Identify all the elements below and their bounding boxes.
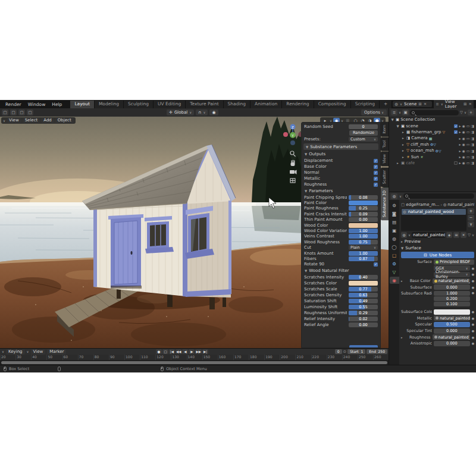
menu-marker[interactable]: Marker xyxy=(47,349,66,355)
render-disable-icon[interactable]: ◨ xyxy=(471,136,474,140)
checkbox[interactable]: ✓ xyxy=(374,165,378,169)
clock-icon[interactable]: ⊙ xyxy=(343,349,346,354)
close-icon[interactable]: ✕ xyxy=(469,102,472,107)
3d-viewport[interactable]: Y Z ▢ ▢ ▢ xyxy=(0,108,389,348)
hide-eye-icon[interactable]: ◉ xyxy=(462,142,465,146)
slider[interactable]: 0.55 xyxy=(349,305,378,309)
sidebar-tab[interactable]: Item xyxy=(381,122,389,137)
outliner-row[interactable]: ▸ ▦ fisherman_grp ▽ ✓ ▸ ◉ ▭ ◨ xyxy=(389,129,476,135)
expand-icon[interactable]: ▸ xyxy=(401,336,403,339)
scene-selector[interactable]: ◍ ∨ Scene ⊞ ✕ xyxy=(393,101,432,107)
hide-eye-icon[interactable]: ◉ xyxy=(462,136,465,140)
subsurface-color-swatch[interactable] xyxy=(434,309,470,315)
timeline-scrollbar[interactable] xyxy=(1,361,387,364)
properties-tab[interactable]: ◯ xyxy=(390,243,399,250)
workspace-tab[interactable]: Rendering xyxy=(282,101,314,108)
display-mode-icon[interactable]: ≡ xyxy=(391,109,397,115)
new-material-icon[interactable]: ⊞ xyxy=(453,232,459,238)
new-collection-icon[interactable]: + xyxy=(468,109,474,115)
checkbox[interactable]: ✓ xyxy=(374,159,378,163)
specular-tint-field[interactable]: 0.000 xyxy=(434,328,470,334)
section-outputs[interactable]: ▼ Outputs xyxy=(305,151,377,157)
expand-icon[interactable]: ▼ xyxy=(396,124,400,128)
add-slot-button[interactable]: + xyxy=(468,208,474,214)
viewport-disable-icon[interactable]: ▭ xyxy=(466,161,470,165)
slider[interactable]: 0.29 xyxy=(349,311,378,315)
hide-eye-icon[interactable]: ◉ xyxy=(462,161,465,165)
radius-y-field[interactable]: 0.200 xyxy=(434,296,470,301)
section-preview[interactable]: ▸ Preview xyxy=(401,238,474,245)
header-icon-3[interactable]: ▢ xyxy=(18,109,25,115)
color-swatch[interactable] xyxy=(349,201,378,205)
radius-z-field[interactable]: 0.100 xyxy=(434,302,470,306)
workspace-tab[interactable]: Texture Paint xyxy=(186,101,223,108)
subsurface-field[interactable]: 0.000 xyxy=(434,284,470,290)
properties-tab[interactable]: ◙ xyxy=(390,210,399,217)
slot-specials-button[interactable]: ∨ xyxy=(468,221,474,227)
expand-icon[interactable]: ▸ xyxy=(401,149,405,152)
render-disable-icon[interactable]: ◨ xyxy=(471,130,474,134)
material-slot-list[interactable]: ◍ natural_painted_wood xyxy=(401,208,466,231)
hide-eye-icon[interactable]: ◉ xyxy=(462,149,465,153)
render-disable-icon[interactable]: ◨ xyxy=(471,161,474,165)
random-seed-field[interactable]: 0 xyxy=(349,124,378,129)
slider[interactable]: 0.40 xyxy=(349,275,378,280)
checkbox[interactable]: ✓ xyxy=(374,262,378,267)
render-disable-icon[interactable]: ◨ xyxy=(471,149,474,153)
radius-x-field[interactable]: 1.000 xyxy=(434,291,470,296)
menu-select[interactable]: Select xyxy=(23,118,40,123)
workspace-tab[interactable]: Animation xyxy=(250,101,282,108)
selectable-icon[interactable]: ▸ xyxy=(459,136,461,140)
playback-button[interactable]: ▶ xyxy=(189,349,195,354)
checkbox[interactable]: ✓ xyxy=(374,183,378,187)
outliner-row[interactable]: ▸ ☀ Sun ☀ ✓ ▸ ◉ ▭ ◨ xyxy=(389,154,476,159)
filter-funnel-icon[interactable]: ▽ xyxy=(468,233,471,237)
outliner-row[interactable]: ▼ ▣ Scene Collection ✓ ▸ ◉ ▭ ◨ xyxy=(389,117,476,123)
options-dropdown[interactable]: Options ∨ xyxy=(361,109,387,115)
slider[interactable]: 0.08 xyxy=(349,195,378,200)
checkbox[interactable]: ✓ xyxy=(374,177,378,181)
viewport-disable-icon[interactable]: ▭ xyxy=(466,130,470,134)
subsurface-method-dropdown[interactable]: Christensen-Burley ∨ xyxy=(434,272,470,277)
enable-checkbox[interactable]: ✓ xyxy=(454,130,458,134)
slider[interactable]: 0.77 xyxy=(349,287,378,292)
workspace-tab[interactable]: Layout xyxy=(70,101,95,108)
viewport-disable-icon[interactable]: ▭ xyxy=(466,149,470,153)
menu-object[interactable]: Object xyxy=(55,118,74,123)
playback-button[interactable]: ▢ xyxy=(162,349,168,354)
section-surface[interactable]: ▼ Surface xyxy=(401,245,474,251)
search-input[interactable] xyxy=(410,110,459,115)
slider[interactable]: 0.63 xyxy=(349,293,378,298)
section-parameters[interactable]: ▼ Parameters xyxy=(305,188,377,194)
specular-slider[interactable]: 0.500 xyxy=(434,322,470,327)
expand-icon[interactable]: ▼ xyxy=(390,118,394,121)
properties-search-input[interactable] xyxy=(403,193,474,199)
checkbox[interactable]: ✓ xyxy=(374,171,378,175)
slider[interactable]: 0.00 xyxy=(349,322,378,327)
expand-icon[interactable]: ▸ xyxy=(396,161,400,165)
breadcrumb-material[interactable]: natural_painted_wo... xyxy=(447,202,474,207)
unlink-icon[interactable]: ✕ xyxy=(461,232,466,238)
sidebar-tab[interactable]: View xyxy=(381,151,389,166)
slider[interactable]: 0.00 xyxy=(349,217,378,222)
editor-type-icon[interactable]: ◍ xyxy=(391,193,397,199)
selectable-icon[interactable]: ▸ xyxy=(459,155,461,159)
properties-tab[interactable]: □ xyxy=(390,252,399,259)
section-substance-parameters[interactable]: ▼ Substance Parameters xyxy=(303,143,378,150)
slider[interactable]: 1.00 xyxy=(349,251,378,256)
slider[interactable]: 0.75 xyxy=(349,240,378,245)
slider[interactable]: 0.49 xyxy=(349,299,378,303)
anisotropic-field[interactable]: 0.000 xyxy=(434,341,470,346)
playback-button[interactable]: |◀ xyxy=(169,349,175,354)
dropdown[interactable]: Plain ∨ xyxy=(349,245,378,250)
outliner-row[interactable]: ▼ ▣ scene ✓ ▸ ◉ ▭ ◨ xyxy=(389,123,476,129)
outliner-row[interactable]: ▸ ▽ cliff_msh ⚙▽ ✓ ▸ ◉ ▭ ◨ xyxy=(389,142,476,148)
filter-type-icon[interactable]: ▣ xyxy=(402,109,409,115)
enable-checkbox[interactable]: ✓ xyxy=(454,161,458,165)
expand-icon[interactable]: ▸ xyxy=(401,279,403,283)
timeline-ruler[interactable]: 2030405060708090100110120130140150160170… xyxy=(0,355,389,360)
current-frame-field[interactable]: 0 xyxy=(335,349,342,354)
expand-icon[interactable]: ▸ xyxy=(401,136,405,140)
playback-button[interactable]: ◀ xyxy=(182,349,188,354)
transform-orientation-dropdown[interactable]: ✛ Global ∨ xyxy=(167,109,194,115)
